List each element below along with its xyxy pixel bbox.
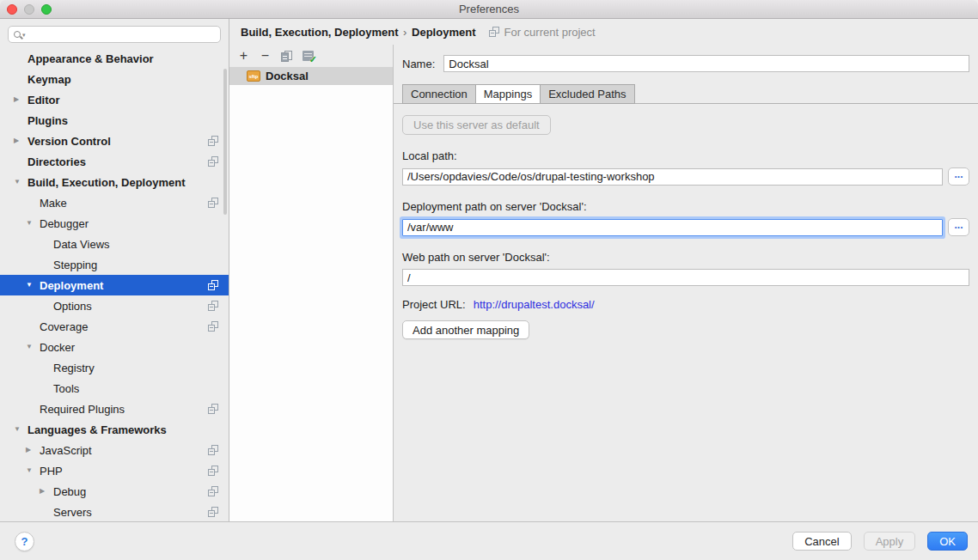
sidebar-item-label: Debugger [40,217,89,230]
project-url-label: Project URL: [402,298,466,311]
chevron-down-icon[interactable]: ▼ [14,179,28,186]
server-list: sftpDocksal [229,67,393,521]
current-project-icon [208,156,218,167]
close-button[interactable] [7,4,17,15]
settings-search[interactable]: ▾ [8,26,221,43]
sidebar-item-editor[interactable]: ▶Editor [0,89,229,110]
sidebar-item-keymap[interactable]: Keymap [0,69,229,89]
help-button[interactable]: ? [15,532,34,551]
remove-button[interactable]: − [255,47,275,64]
sidebar-item-registry[interactable]: Registry [0,357,229,378]
sidebar-item-appearance-behavior[interactable]: Appearance & Behavior [0,48,229,69]
current-project-icon [208,466,218,476]
sidebar-item-debug[interactable]: ▶Debug [0,481,229,502]
scope-label: For current project [504,26,595,39]
chevron-right-icon[interactable]: ▶ [40,488,53,495]
sidebar-item-label: Options [53,300,92,313]
sidebar-item-label: Data Views [53,238,110,251]
local-path-browse-button[interactable]: ... [948,167,969,186]
web-path-label: Web path on server 'Docksal': [402,251,969,264]
chevron-down-icon[interactable]: ▼ [26,467,40,474]
chevron-down-icon[interactable]: ▼ [14,426,28,433]
search-options-caret-icon[interactable]: ▾ [22,32,26,38]
sidebar-item-coverage[interactable]: Coverage [0,316,229,337]
project-url-link[interactable]: http://drupaltest.docksal/ [474,298,595,311]
server-name-input[interactable] [443,55,969,72]
minimize-button[interactable] [24,4,34,15]
sidebar-item-make[interactable]: Make [0,192,229,213]
settings-search-input[interactable] [28,28,215,41]
use-as-default-button[interactable]: Use this server as default [402,115,551,135]
zoom-button[interactable] [41,4,52,15]
remove-icon: − [261,49,269,63]
apply-button[interactable]: Apply [864,532,916,551]
sidebar-item-data-views[interactable]: Data Views [0,234,229,254]
add-button[interactable]: + [234,47,254,64]
tab-connection[interactable]: Connection [402,84,476,104]
breadcrumb: Build, Execution, Deployment › Deploymen… [229,19,978,45]
sidebar-item-deployment[interactable]: ▼Deployment [0,275,229,295]
copy-icon [281,51,292,62]
sidebar-item-options[interactable]: Options [0,295,229,316]
sidebar-item-servers[interactable]: Servers [0,502,229,522]
sidebar-item-label: Make [40,197,67,210]
chevron-right-icon[interactable]: ▶ [26,447,40,453]
local-path-input[interactable] [402,168,943,186]
sidebar-item-label: Version Control [28,135,111,148]
current-project-icon [208,404,218,414]
deployment-path-input[interactable] [402,219,943,236]
add-icon: + [240,49,248,63]
current-project-icon [208,136,218,146]
server-item-docksal[interactable]: sftpDocksal [229,67,393,85]
current-project-icon [208,507,218,517]
use-as-default-icon: ✓ [303,51,314,61]
sidebar-item-label: Deployment [40,279,103,292]
chevron-down-icon[interactable]: ▼ [26,282,40,289]
chevron-right-icon[interactable]: ▶ [14,96,28,103]
scope-indicator: For current project [489,26,595,39]
add-mapping-button[interactable]: Add another mapping [402,320,529,339]
ok-button[interactable]: OK [927,532,968,551]
chevron-down-icon[interactable]: ▼ [26,344,40,350]
server-list-toolbar: +−✓ [229,45,393,67]
traffic-lights [7,4,52,15]
sidebar-item-tools[interactable]: Tools [0,378,229,399]
current-project-icon [208,301,218,311]
sidebar-item-javascript[interactable]: ▶JavaScript [0,440,229,460]
sidebar-item-label: Required Plugins [40,403,125,416]
current-project-icon [489,27,499,37]
sidebar-scrollbar[interactable] [223,69,227,215]
sidebar-item-debugger[interactable]: ▼Debugger [0,213,229,234]
title-bar: Preferences [0,0,978,19]
cancel-button[interactable]: Cancel [792,532,851,551]
sidebar-item-directories[interactable]: Directories [0,151,229,172]
deployment-path-browse-button[interactable]: ... [948,218,969,236]
sidebar-item-stepping[interactable]: Stepping [0,254,229,275]
web-path-input[interactable] [402,269,969,286]
sidebar-item-build-execution-deployment[interactable]: ▼Build, Execution, Deployment [0,172,229,192]
footer-bar: ? Cancel Apply OK [0,521,978,560]
current-project-icon [208,486,218,496]
settings-sidebar: ▾ Appearance & BehaviorKeymap▶EditorPlug… [0,19,229,521]
current-project-icon [208,280,218,290]
sidebar-item-plugins[interactable]: Plugins [0,110,229,131]
sidebar-item-label: Tools [53,382,79,395]
tab-excluded-paths[interactable]: Excluded Paths [540,84,634,104]
use-as-default-button[interactable]: ✓ [298,47,318,64]
tab-mappings[interactable]: Mappings [475,84,541,104]
sidebar-item-docker[interactable]: ▼Docker [0,337,229,357]
copy-button[interactable] [277,47,296,64]
deployment-form: Name: ConnectionMappingsExcluded Paths U… [394,45,978,521]
settings-tree: Appearance & BehaviorKeymap▶EditorPlugin… [0,48,229,522]
breadcrumb-separator: › [401,26,408,39]
breadcrumb-section[interactable]: Build, Execution, Deployment [241,26,398,39]
sidebar-item-languages-frameworks[interactable]: ▼Languages & Frameworks [0,419,229,440]
window-title: Preferences [0,3,978,15]
chevron-right-icon[interactable]: ▶ [14,137,28,144]
chevron-down-icon[interactable]: ▼ [26,220,40,227]
current-project-icon [208,198,218,208]
sidebar-item-php[interactable]: ▼PHP [0,460,229,481]
sidebar-item-version-control[interactable]: ▶Version Control [0,131,229,151]
sftp-icon: sftp [247,70,260,82]
sidebar-item-required-plugins[interactable]: Required Plugins [0,399,229,419]
